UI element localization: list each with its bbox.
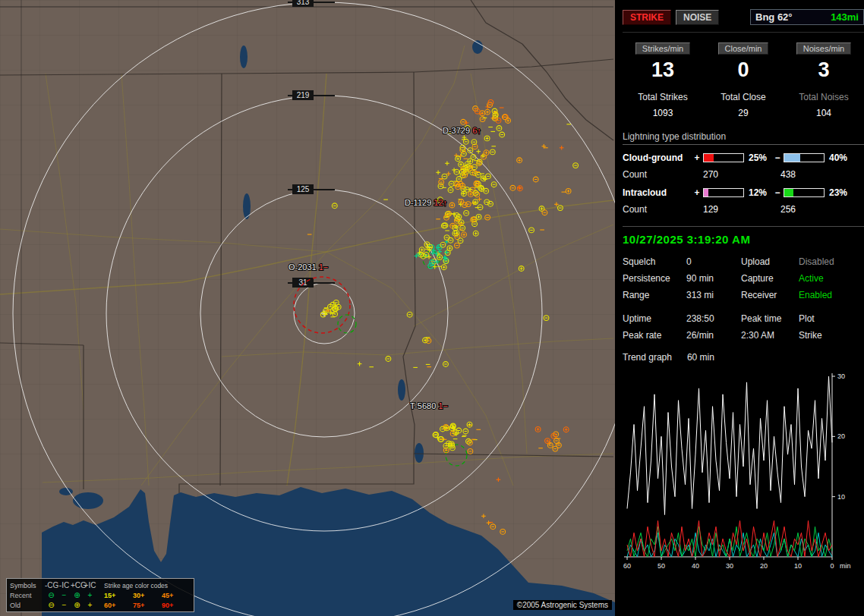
svg-text:50: 50 [657, 562, 665, 570]
ic-plus-icon: + [84, 592, 96, 599]
plus-sign: + [692, 187, 702, 198]
upload-value: Disabled [799, 256, 864, 267]
legend-age-header: Strike age color codes [104, 582, 191, 589]
ic-plus-count: 129 [703, 204, 780, 215]
plot-value: Strike [799, 330, 864, 341]
svg-text:219: 219 [297, 91, 310, 99]
bearing-distance: 143mi [831, 11, 859, 23]
total-noises-label: Total Noises [799, 92, 848, 102]
ic-minus-bar [784, 188, 825, 197]
svg-text:60: 60 [623, 562, 631, 570]
age-code: 15+ [104, 592, 133, 599]
total-strikes-label: Total Strikes [638, 92, 687, 102]
svg-text:40: 40 [692, 562, 699, 570]
close-per-min-value: 0 [737, 58, 749, 82]
svg-text:20: 20 [760, 562, 768, 570]
minus-sign: − [773, 152, 782, 163]
nexstorm-window: 31321912531 D-3729 6↑D-1129 12↑O-2031 1−… [0, 0, 864, 616]
capture-label: Capture [741, 273, 799, 284]
cg-minus-count: 438 [780, 169, 796, 180]
noises-per-min-column: Noises/min 3 Total Noises 104 [784, 42, 864, 118]
settings-grid: Squelch 0 Upload Disabled Persistence 90… [623, 256, 864, 300]
total-strikes-value: 1093 [653, 108, 673, 118]
cg-plus-icon: ⊕ [71, 602, 84, 609]
legend-row-label: Recent [10, 592, 45, 599]
bearing-display: Bng 62° 143mi [750, 9, 864, 25]
cg-plus-bar-fill [704, 154, 714, 162]
bearing-label: Bng 62° [755, 11, 793, 23]
count-label: Count [623, 169, 703, 180]
datetime-display: 10/27/2025 3:19:20 AM [623, 226, 864, 246]
plus-sign: + [692, 152, 702, 163]
map-canvas[interactable]: 31321912531 D-3729 6↑D-1129 12↑O-2031 1−… [0, 0, 615, 616]
map-legend: Symbols -CG -IC +CG +IC Strike age color… [6, 578, 194, 612]
intracloud-label: Intracloud [623, 187, 691, 198]
plot-label: Plot [799, 313, 864, 324]
ic-minus-icon: − [58, 592, 71, 599]
svg-text:20: 20 [837, 432, 845, 440]
noise-button[interactable]: NOISE [676, 10, 719, 25]
ic-plus-pct: 12% [746, 187, 771, 198]
upload-label: Upload [741, 256, 799, 267]
trend-window-value: 60 min [687, 352, 714, 363]
mode-toolbar: STRIKE NOISE Bng 62° 143mi [623, 9, 864, 25]
ic-plus-icon: + [84, 602, 96, 609]
noises-per-min-value: 3 [818, 58, 829, 82]
distribution-title: Lightning type distribution [623, 131, 864, 145]
ic-minus-count: 256 [780, 204, 796, 215]
svg-text:313: 313 [297, 0, 310, 6]
uptime-label: Uptime [623, 313, 686, 324]
persistence-value: 90 min [686, 273, 741, 284]
svg-text:O-2031 1−: O-2031 1− [289, 262, 328, 272]
svg-text:min: min [840, 562, 851, 570]
trend-graph-header: Trend graph 60 min [623, 352, 864, 363]
capture-value: Active [799, 273, 864, 284]
ic-plus-bar-fill [704, 189, 708, 196]
peak-time-value: 2:30 AM [741, 330, 799, 341]
total-close-label: Total Close [721, 92, 765, 102]
svg-text:T-5680 1−: T-5680 1− [410, 401, 448, 410]
cloud-ground-row: Cloud-ground + 25% − 40% [623, 152, 864, 163]
cloud-ground-count-row: Count 270 438 [623, 169, 864, 180]
squelch-label: Squelch [623, 256, 686, 267]
cg-plus-pct: 25% [746, 152, 771, 163]
svg-text:10: 10 [794, 562, 802, 570]
svg-text:D-1129 12↑: D-1129 12↑ [405, 198, 447, 207]
trend-graph-label: Trend graph [623, 352, 672, 363]
cg-plus-count: 270 [703, 169, 780, 180]
strikes-per-min-column: Strikes/min 13 Total Strikes 1093 [623, 42, 703, 118]
lightning-map[interactable]: 31321912531 D-3729 6↑D-1129 12↑O-2031 1−… [0, 0, 615, 616]
noises-per-min-label: Noises/min [796, 42, 851, 55]
strike-button[interactable]: STRIKE [623, 10, 671, 25]
legend-type-header: -CG [45, 582, 58, 589]
ic-minus-pct: 23% [826, 187, 852, 198]
status-grid: Uptime 238:50 Peak time Plot Peak rate 2… [623, 313, 864, 341]
intracloud-count-row: Count 129 256 [623, 204, 864, 215]
copyright: ©2005 Astrogenic Systems [513, 600, 612, 610]
legend-type-header: +IC [84, 582, 96, 589]
svg-text:30: 30 [726, 562, 733, 570]
svg-text:0: 0 [830, 562, 834, 570]
total-close-value: 29 [738, 108, 748, 118]
legend-type-header: +CG [71, 582, 84, 589]
receiver-label: Receiver [741, 290, 799, 300]
squelch-value: 0 [686, 256, 741, 267]
legend-symbols-header: Symbols [10, 582, 45, 589]
svg-text:D-3729 6↑: D-3729 6↑ [443, 126, 481, 135]
intracloud-row: Intracloud + 12% − 23% [623, 187, 864, 198]
peak-rate-label: Peak rate [623, 330, 686, 341]
ic-minus-bar-fill [784, 189, 793, 196]
uptime-value: 238:50 [686, 313, 741, 324]
cg-plus-icon: ⊕ [71, 592, 84, 599]
strikes-per-min-value: 13 [651, 58, 674, 82]
age-code: 90+ [162, 602, 191, 609]
minus-sign: − [773, 187, 782, 198]
cg-minus-icon: ⊖ [45, 592, 58, 599]
control-panel: STRIKE NOISE Bng 62° 143mi Strikes/min 1… [615, 0, 864, 616]
ic-plus-bar [703, 188, 744, 197]
cg-plus-bar [703, 153, 744, 162]
cg-minus-pct: 40% [826, 152, 852, 163]
svg-text:125: 125 [297, 185, 310, 193]
peak-time-label: Peak time [741, 313, 799, 324]
close-per-min-column: Close/min 0 Total Close 29 [703, 42, 784, 118]
